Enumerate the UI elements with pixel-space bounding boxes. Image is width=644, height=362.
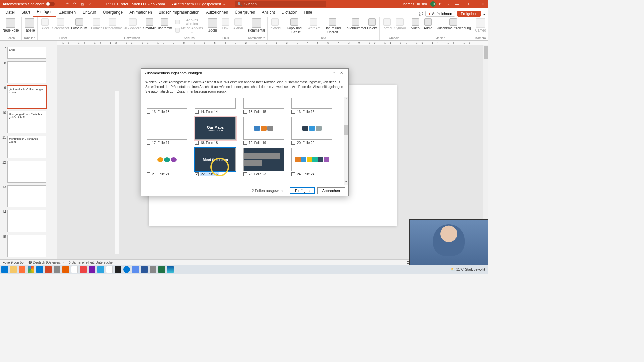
screenshot-button[interactable]: Screenshot (52, 18, 69, 30)
my-addins-button[interactable]: Meine Add-Ins ⌄ (175, 26, 203, 34)
close-icon[interactable]: ✕ (338, 71, 345, 75)
3d-models-button[interactable]: 3D-Modelle ⌄ (123, 18, 142, 34)
wordart-button[interactable]: WordArt (308, 18, 319, 30)
tab-aufzeichnen[interactable]: Aufzeichnen (203, 8, 231, 17)
powerpoint-icon[interactable] (45, 266, 52, 273)
windows-taskbar[interactable]: ⛅ 11°C Stark bewölkt (0, 265, 488, 274)
help-icon[interactable]: ? (330, 71, 338, 75)
weather-widget[interactable]: ⛅ 11°C Stark bewölkt (451, 268, 485, 272)
chevron-down-icon[interactable]: ⌄ (483, 12, 486, 16)
cancel-button[interactable]: Abbrechen (317, 187, 345, 194)
cameo-button[interactable]: Cameo (475, 18, 486, 32)
dialog-slide-item[interactable]: 17. Folie 17 (147, 117, 192, 145)
language-indicator[interactable]: 🅖 Deutsch (Österreich) (29, 261, 64, 264)
dialog-slide-item[interactable]: 19. Folie 19 (243, 117, 289, 145)
comment-button[interactable]: Kommentar (248, 18, 265, 32)
outlook-icon[interactable] (36, 266, 43, 273)
screen-recording-button[interactable]: Bildschirmaufzeichnung (435, 18, 471, 30)
dialog-slide-preview[interactable] (147, 117, 187, 140)
telegram-icon[interactable] (97, 266, 104, 273)
checkbox[interactable] (147, 172, 150, 176)
close-window-icon[interactable]: ✕ (478, 0, 487, 8)
app-icon-3[interactable] (80, 266, 87, 273)
search-box[interactable]: 🔍 Suchen (235, 1, 326, 7)
tab-ansicht[interactable]: Ansicht (258, 8, 278, 17)
dialog-slide-preview[interactable]: Our MapsThe world in scale (195, 117, 236, 140)
present-icon[interactable]: ▧ (81, 2, 86, 6)
share-button[interactable]: Freigeben (457, 11, 481, 17)
slide-preview[interactable] (7, 61, 46, 83)
new-slide-button[interactable]: Neue Folie ⌄ (2, 18, 19, 36)
autosave-toggle[interactable]: Automatisches Speichern (3, 2, 55, 6)
slide-thumbnail[interactable]: 14 (1, 210, 56, 232)
slide-thumbnail[interactable]: 8 (1, 61, 56, 83)
start-icon[interactable] (1, 266, 8, 273)
toggle-icon[interactable] (46, 2, 55, 6)
slide-thumbnail[interactable]: 7Ende (1, 47, 56, 59)
slide-preview[interactable]: „Automatischer" Übergangs-Zoom (7, 86, 46, 108)
audio-button[interactable]: Audio (423, 18, 433, 30)
tab-entwurf[interactable]: Entwurf (79, 8, 100, 17)
tab-datei[interactable]: Datei (2, 8, 18, 17)
undo-icon[interactable]: ↶ (66, 2, 71, 6)
dialog-slide-preview[interactable] (291, 117, 332, 140)
word-icon[interactable] (141, 266, 148, 273)
slidenumber-button[interactable]: Foliennummer (346, 18, 365, 30)
dialog-slide-item[interactable]: 23. Folie 23 (243, 148, 289, 176)
slide-preview[interactable]: Mehrstufiger Übergangs-Zoom (7, 136, 46, 158)
slide-panel[interactable]: 7Ende89„Automatischer" Übergangs-Zoom10Ü… (0, 45, 57, 265)
minimize-icon[interactable]: — (452, 0, 462, 8)
app-icon-4[interactable] (106, 266, 113, 273)
slide-preview[interactable] (7, 210, 46, 232)
user-name[interactable]: Thomas Hruska (401, 2, 427, 6)
app-icon-6[interactable] (132, 266, 139, 273)
app-icon-1[interactable] (54, 266, 60, 273)
slide-preview[interactable]: Übergangs-Zoom Einfacher geht's nicht !! (7, 111, 46, 133)
slide-preview[interactable] (7, 235, 46, 257)
maximize-icon[interactable]: ☐ (465, 0, 474, 8)
tab-ueberpruefen[interactable]: Überprüfen (231, 8, 258, 17)
sync-icon[interactable]: ⟳ (439, 2, 442, 6)
dialog-slide-item[interactable]: 20. Folie 20 (291, 117, 337, 145)
tab-animationen[interactable]: Animationen (126, 8, 155, 17)
insert-button[interactable]: Einfügen (290, 187, 314, 194)
app-icon-2[interactable] (71, 266, 78, 273)
video-button[interactable]: Video (410, 18, 421, 30)
obs-icon[interactable] (115, 266, 121, 273)
tab-einfuegen[interactable]: Einfügen (33, 7, 56, 17)
dialog-slide-preview[interactable] (147, 98, 187, 109)
checkbox[interactable]: ✓ (195, 141, 199, 145)
firefox-icon[interactable] (19, 266, 25, 273)
dialog-slide-preview[interactable] (291, 148, 332, 171)
dialog-slide-item[interactable]: 13. Folie 13 (147, 98, 192, 114)
checkbox[interactable] (291, 110, 295, 114)
explorer-icon[interactable] (10, 266, 17, 273)
slide-thumbnail[interactable]: 12 (1, 161, 56, 183)
slide-preview[interactable] (7, 185, 46, 207)
checkbox[interactable] (291, 172, 295, 176)
slide-counter[interactable]: Folie 9 von 55 (3, 261, 24, 264)
dialog-slide-preview[interactable] (291, 98, 332, 109)
symbol-button[interactable]: Symbol (394, 18, 406, 30)
checkbox[interactable] (147, 141, 150, 145)
comments-icon[interactable]: 💬 (419, 12, 423, 16)
checkbox[interactable] (243, 141, 247, 145)
checkbox[interactable] (195, 110, 199, 114)
action-button[interactable]: Aktion (233, 18, 244, 30)
slide-thumbnail[interactable]: 13 (1, 185, 56, 207)
dialog-slide-preview[interactable] (243, 148, 284, 171)
dialog-slide-item[interactable]: 14. Folie 14 (195, 98, 240, 114)
dialog-slide-preview[interactable] (243, 117, 284, 140)
checkbox[interactable] (147, 110, 150, 114)
ribbon-options-icon[interactable]: ▭ (445, 2, 449, 6)
save-icon[interactable] (59, 2, 63, 6)
checkbox[interactable] (291, 141, 295, 145)
equation-button[interactable]: Formel (382, 18, 392, 30)
shapes-button[interactable]: Formen (91, 18, 102, 30)
touch-icon[interactable]: ⤢ (88, 2, 93, 6)
tab-start[interactable]: Start (18, 8, 33, 17)
smartart-button[interactable]: SmartArt (144, 18, 156, 30)
get-addins-button[interactable]: Add-Ins abrufen (175, 18, 203, 26)
app-icon-5[interactable] (123, 266, 130, 273)
object-button[interactable]: Objekt (367, 18, 377, 30)
